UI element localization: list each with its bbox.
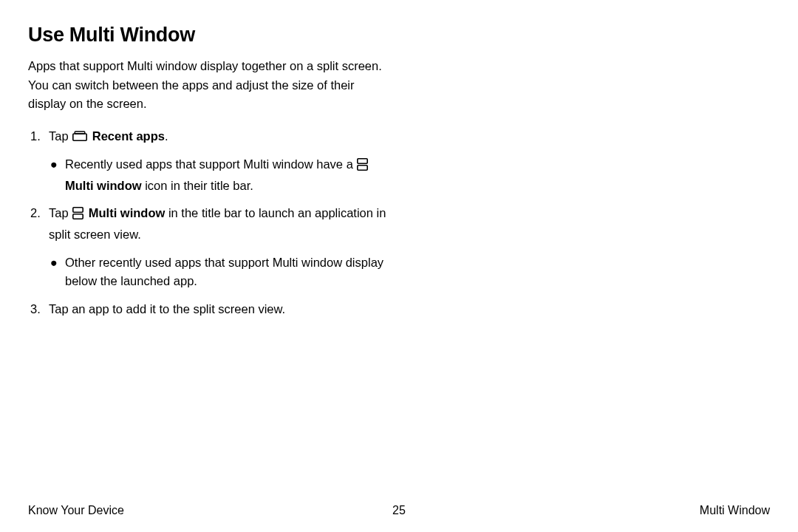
step-2: 2. Tap Multi window in the title bar to … bbox=[28, 204, 401, 244]
sub-body: Recently used apps that support Multi wi… bbox=[65, 155, 401, 195]
recent-apps-icon bbox=[72, 128, 87, 147]
multi-window-label: Multi window bbox=[65, 179, 142, 192]
text: Tap bbox=[49, 206, 72, 219]
footer-left: Know Your Device bbox=[28, 504, 124, 517]
page-heading: Use Multi Window bbox=[28, 24, 770, 47]
step-2-sub: ● Other recently used apps that support … bbox=[49, 253, 401, 291]
step-body: Tap Recent apps. bbox=[49, 127, 401, 147]
page-number: 25 bbox=[392, 504, 406, 517]
text: Recently used apps that support Multi wi… bbox=[65, 157, 356, 171]
step-3: 3. Tap an app to add it to the split scr… bbox=[28, 300, 401, 319]
recent-apps-label: Recent apps bbox=[92, 129, 165, 143]
step-1: 1. Tap Recent apps. bbox=[28, 127, 401, 147]
sub-body: Other recently used apps that support Mu… bbox=[65, 253, 401, 291]
svg-rect-3 bbox=[358, 166, 367, 171]
svg-rect-2 bbox=[358, 159, 367, 164]
text: Tap bbox=[49, 129, 72, 143]
step-number: 2. bbox=[28, 204, 49, 244]
text: icon in their title bar. bbox=[142, 179, 253, 192]
multi-window-icon bbox=[72, 206, 83, 225]
step-body: Tap Multi window in the title bar to lau… bbox=[49, 204, 401, 244]
bullet: ● bbox=[49, 253, 65, 291]
page-footer: Know Your Device 25 Multi Window bbox=[28, 504, 770, 517]
svg-rect-4 bbox=[73, 208, 83, 213]
step-number: 1. bbox=[28, 127, 49, 147]
multi-window-label: Multi window bbox=[89, 206, 166, 219]
instruction-list: 1. Tap Recent apps. ● Recently used apps… bbox=[28, 127, 401, 319]
svg-rect-1 bbox=[75, 132, 85, 134]
step-body: Tap an app to add it to the split screen… bbox=[49, 300, 401, 319]
svg-rect-5 bbox=[73, 214, 83, 219]
svg-rect-0 bbox=[73, 134, 86, 140]
intro-paragraph: Apps that support Multi window display t… bbox=[28, 57, 394, 114]
footer-right: Multi Window bbox=[700, 504, 770, 517]
bullet: ● bbox=[49, 155, 65, 195]
step-1-sub: ● Recently used apps that support Multi … bbox=[49, 155, 401, 195]
step-number: 3. bbox=[28, 300, 49, 319]
multi-window-icon bbox=[357, 157, 368, 177]
text: . bbox=[165, 129, 168, 143]
